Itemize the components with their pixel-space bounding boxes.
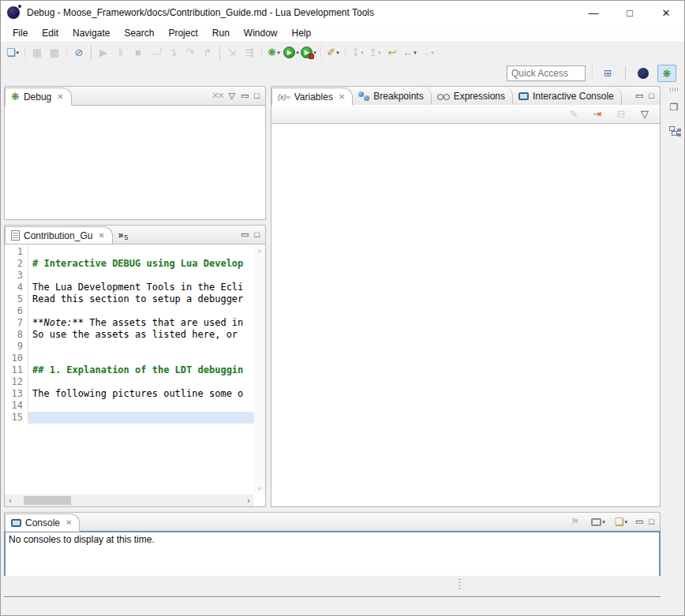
code-line[interactable]: 3 xyxy=(5,270,254,282)
menu-help[interactable]: Help xyxy=(285,26,319,40)
tab-contribution-guide-close-icon[interactable]: ✕ xyxy=(98,231,104,240)
debug-dropdown-icon[interactable]: ▾ xyxy=(277,50,280,56)
debug-view-minimize-button[interactable]: ▭ xyxy=(241,91,249,100)
editor-horizontal-scrollbar[interactable]: ‹ › xyxy=(5,495,254,506)
code-line[interactable]: 8So use the assets as listed here, or xyxy=(5,329,254,341)
menu-search[interactable]: Search xyxy=(117,26,161,40)
line-number: 4 xyxy=(5,282,28,293)
line-number: 15 xyxy=(5,412,28,424)
display-selected-console-button[interactable]: ▾ xyxy=(590,513,607,531)
code-line[interactable]: 13The following pictures outline some o xyxy=(5,388,254,400)
remove-terminated-button[interactable]: ✕✕ xyxy=(211,91,223,100)
scroll-left-icon[interactable]: ‹ xyxy=(5,496,16,505)
last-edit-location-button[interactable]: ↩ xyxy=(384,44,401,62)
display-selected-console-dropdown-icon[interactable]: ▾ xyxy=(602,519,605,525)
code-line[interactable]: 12 xyxy=(5,376,254,388)
tab-variables[interactable]: (x)= Variables ✕ xyxy=(271,88,353,106)
restore-view-button[interactable]: ❐ xyxy=(666,99,682,115)
debug-view-content[interactable] xyxy=(4,105,266,220)
new-wizard-dropdown-icon[interactable]: ▾ xyxy=(17,50,20,56)
previous-annotation-dropdown-icon[interactable]: ▾ xyxy=(378,50,381,56)
back-button[interactable]: ←▾ xyxy=(401,44,418,62)
open-console-dropdown-icon[interactable]: ▾ xyxy=(625,519,628,525)
variables-content[interactable] xyxy=(271,124,661,507)
lua-perspective-button[interactable] xyxy=(634,65,653,82)
scrollbar-thumb[interactable] xyxy=(24,496,71,505)
code-line[interactable]: 4The Lua Development Tools in the Ecli xyxy=(5,282,254,293)
workbench: ❋ Debug ✕ ✕✕ ▽ ▭ □ (x)= Variables ✕ xyxy=(1,84,684,596)
skip-all-breakpoints-button[interactable]: ⊘ xyxy=(70,44,88,62)
window-maximize-button[interactable]: □ xyxy=(612,1,648,24)
editor-text-area[interactable]: 12# Interactive DEBUG using Lua Develop3… xyxy=(5,246,254,495)
code-line[interactable]: 2# Interactive DEBUG using Lua Develop xyxy=(5,258,254,270)
code-line[interactable]: 10 xyxy=(5,353,254,364)
code-line[interactable]: 11## 1. Explanation of the LDT debuggin xyxy=(5,364,254,376)
new-wizard-button[interactable]: ❏▾ xyxy=(4,44,21,62)
strip-drag-handle[interactable] xyxy=(670,88,678,91)
open-perspective-button[interactable]: ⊞ xyxy=(598,65,617,82)
debug-button[interactable]: ❋▾ xyxy=(265,44,283,62)
tab-debug-close-icon[interactable]: ✕ xyxy=(57,92,63,101)
editor-maximize-button[interactable]: □ xyxy=(254,230,260,239)
editor-tab-overflow[interactable]: » 5 xyxy=(113,226,136,244)
suspend-icon: ‖ xyxy=(118,47,122,58)
line-text: Read this section to setup a debugger xyxy=(28,293,254,305)
open-console-button[interactable]: ❏▾ xyxy=(612,513,630,531)
code-line[interactable]: 5Read this section to setup a debugger xyxy=(5,293,254,305)
tab-console[interactable]: Console ✕ xyxy=(5,513,80,532)
menu-file[interactable]: File xyxy=(6,26,35,40)
variables-view-minimize-button[interactable]: ▭ xyxy=(635,91,643,100)
previous-annotation-icon: ↥ xyxy=(369,47,377,58)
window-close-button[interactable]: ✕ xyxy=(648,1,684,24)
console-view-minimize-button[interactable]: ▭ xyxy=(635,517,643,526)
console-view-maximize-button[interactable]: □ xyxy=(649,517,654,526)
variables-view-maximize-button[interactable]: □ xyxy=(649,91,654,100)
next-annotation-dropdown-icon[interactable]: ▾ xyxy=(361,50,364,56)
tab-contribution-guide[interactable]: Contribution_Gu ✕ xyxy=(5,226,113,245)
editor-minimize-button[interactable]: ▭ xyxy=(241,230,249,239)
quick-access-input[interactable] xyxy=(507,65,586,81)
window-minimize-button[interactable]: — xyxy=(575,1,612,24)
menu-window[interactable]: Window xyxy=(237,26,285,40)
debug-view-maximize-button[interactable]: □ xyxy=(254,91,260,100)
menu-project[interactable]: Project xyxy=(161,26,204,40)
debug-view-menu-button[interactable]: ▽ xyxy=(228,91,234,100)
code-line[interactable]: 15 xyxy=(5,412,254,424)
variables-view: (x)= Variables ✕ Breakpoints Expressions… xyxy=(271,86,661,507)
tab-breakpoints[interactable]: Breakpoints xyxy=(353,87,431,105)
menu-run[interactable]: Run xyxy=(205,26,237,40)
tab-variables-close-icon[interactable]: ✕ xyxy=(339,92,345,101)
scroll-up-icon[interactable]: ˄ xyxy=(257,248,261,256)
interactive-console-icon xyxy=(518,92,529,100)
tab-console-close-icon[interactable]: ✕ xyxy=(66,518,72,527)
code-line[interactable]: 14 xyxy=(5,400,254,412)
view-menu-button[interactable]: ▽ xyxy=(636,106,653,123)
code-line[interactable]: 7**Note:** The assets that are used in xyxy=(5,317,254,329)
menu-edit[interactable]: Edit xyxy=(35,26,66,40)
search-button[interactable]: ✐▾ xyxy=(324,44,342,62)
back-dropdown-icon[interactable]: ▾ xyxy=(414,50,417,56)
outline-view-button[interactable] xyxy=(666,123,682,139)
tab-debug[interactable]: ❋ Debug ✕ xyxy=(5,88,72,106)
code-line[interactable]: 9 xyxy=(5,341,254,353)
forward-dropdown-icon[interactable]: ▾ xyxy=(431,50,434,56)
search-dropdown-icon[interactable]: ▾ xyxy=(336,50,339,56)
debug-perspective-button[interactable]: ❋ xyxy=(657,65,676,82)
run-dropdown-icon[interactable]: ▾ xyxy=(296,50,299,56)
external-tools-button[interactable]: ▶▾ xyxy=(300,44,317,62)
scroll-down-icon[interactable]: ˅ xyxy=(257,485,261,493)
menu-navigate[interactable]: Navigate xyxy=(66,26,117,40)
show-logical-structure-button[interactable]: ⇥ xyxy=(589,106,606,123)
code-line[interactable]: 1 xyxy=(5,246,254,258)
run-button[interactable]: ▶▾ xyxy=(283,44,300,62)
code-line[interactable]: 6 xyxy=(5,305,254,317)
tab-interactive-console[interactable]: Interactive Console xyxy=(513,87,622,105)
status-bar-drag-handle[interactable] xyxy=(459,579,461,592)
scroll-right-icon[interactable]: › xyxy=(243,496,254,505)
toolbar-drag-handle[interactable] xyxy=(590,66,593,80)
line-number: 13 xyxy=(5,388,28,400)
display-selected-console-icon xyxy=(591,518,601,526)
tab-expressions[interactable]: Expressions xyxy=(432,87,513,105)
outline-icon xyxy=(669,126,679,136)
editor-vertical-scrollbar[interactable]: ˄ ˅ xyxy=(254,246,265,495)
